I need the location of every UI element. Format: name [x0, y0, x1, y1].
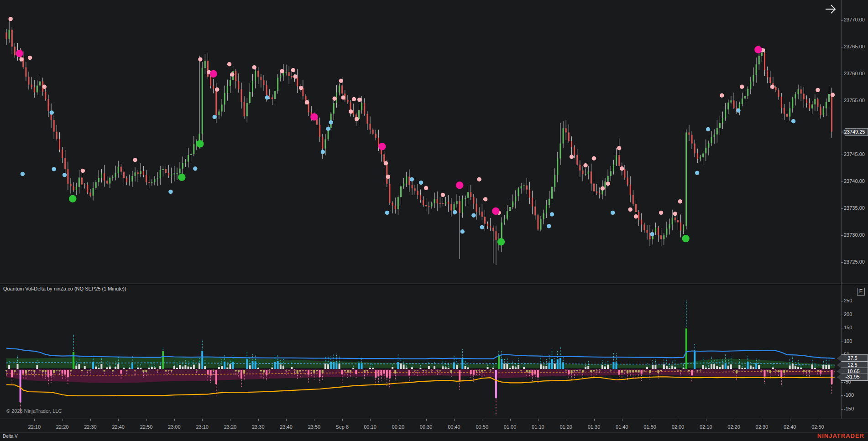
- buy-minor-dot: [329, 120, 333, 125]
- price-axis-label: 23765.00: [844, 44, 865, 49]
- time-axis-tick: [734, 419, 734, 421]
- time-axis-label: 02:10: [700, 424, 712, 430]
- buy-minor-dot: [21, 172, 25, 176]
- time-axis-tick: [34, 419, 35, 421]
- sell-minor-dot: [477, 177, 481, 182]
- go-to-latest-arrow-icon[interactable]: [823, 2, 838, 16]
- time-axis-tick: [454, 419, 455, 421]
- copyright-text: © 2025 NinjaTrader, LLC: [6, 408, 62, 414]
- buy-major-dot: [69, 195, 76, 202]
- time-axis-label: 23:50: [308, 424, 321, 430]
- buy-minor-dot: [193, 166, 197, 171]
- time-axis-tick: [538, 419, 539, 421]
- time-axis-tick: [566, 419, 566, 421]
- sell-minor-dot: [230, 73, 234, 77]
- buy-minor-dot: [547, 224, 551, 228]
- time-axis-label: 02:30: [756, 424, 769, 430]
- buy-minor-dot: [385, 211, 389, 215]
- indicator-value-tag: 37.5: [837, 354, 868, 362]
- time-axis-tick: [678, 419, 678, 421]
- sell-minor-dot: [357, 98, 361, 102]
- buy-minor-dot: [50, 110, 54, 114]
- time-axis-label: 00:20: [392, 424, 405, 430]
- time-axis-label: 01:20: [559, 424, 572, 430]
- price-axis-label: 23740.00: [844, 178, 865, 184]
- delta-axis-tick: [841, 342, 843, 342]
- buy-major-dot: [682, 235, 689, 242]
- panel-divider[interactable]: [0, 284, 868, 284]
- buy-minor-dot: [611, 211, 615, 215]
- time-axis-label: 23:40: [280, 424, 293, 430]
- sell-minor-dot: [601, 187, 605, 191]
- sell-minor-dot: [19, 57, 23, 61]
- sell-minor-dot: [339, 79, 343, 83]
- buy-minor-dot: [52, 167, 56, 171]
- buy-minor-dot: [410, 177, 414, 182]
- buy-major-dot: [178, 173, 185, 181]
- sell-minor-dot: [333, 97, 337, 101]
- time-axis-label: 22:40: [112, 424, 125, 430]
- buy-minor-dot: [706, 127, 710, 131]
- price-axis-label: 23735.00: [844, 205, 865, 211]
- f-button[interactable]: F: [857, 288, 865, 296]
- price-axis-tick: [841, 182, 843, 182]
- time-axis-label: 01:00: [504, 424, 517, 430]
- price-axis-tick: [841, 101, 843, 101]
- sell-minor-dot: [634, 214, 638, 218]
- price-axis-tick: [841, 208, 843, 209]
- time-axis-label: 23:30: [252, 424, 265, 430]
- time-axis-tick: [286, 419, 287, 421]
- time-axis-tick: [790, 419, 790, 421]
- price-axis-tick: [841, 74, 843, 74]
- sell-minor-dot: [384, 161, 388, 165]
- buy-minor-dot: [453, 210, 457, 214]
- sell-minor-dot: [570, 155, 574, 159]
- sell-minor-dot: [28, 56, 32, 60]
- time-axis-label: 22:30: [84, 424, 97, 430]
- sell-major-dot: [310, 113, 318, 120]
- buy-minor-dot: [550, 212, 554, 216]
- time-axis-label: 02:50: [811, 424, 824, 430]
- time-axis-label: 23:00: [168, 424, 181, 430]
- tab-delta-v[interactable]: Delta V: [3, 434, 18, 439]
- sell-minor-dot: [227, 62, 231, 66]
- buy-minor-dot: [212, 115, 216, 119]
- sell-major-dot: [378, 143, 386, 150]
- sell-minor-dot: [740, 85, 744, 89]
- time-axis-tick: [63, 419, 63, 421]
- time-axis-label: 00:30: [420, 424, 433, 430]
- time-axis-label: 22:10: [28, 424, 41, 430]
- sell-minor-dot: [441, 193, 445, 197]
- sell-minor-dot: [355, 117, 359, 121]
- buy-minor-dot: [791, 119, 795, 123]
- price-axis-label: 23730.00: [844, 232, 865, 238]
- sell-major-dot: [492, 208, 499, 215]
- time-axis-tick: [90, 419, 91, 421]
- delta-axis-tick: [841, 301, 843, 301]
- time-axis-tick: [258, 419, 259, 421]
- chart-plot-area[interactable]: [0, 0, 868, 441]
- sell-minor-dot: [620, 166, 624, 171]
- time-axis-tick: [146, 419, 147, 421]
- time-axis-label: 00:40: [448, 424, 460, 430]
- price-axis-label: 23770.00: [844, 17, 865, 22]
- sell-minor-dot: [291, 68, 295, 72]
- buy-minor-dot: [326, 127, 330, 131]
- buy-minor-dot: [168, 190, 173, 194]
- buy-minor-dot: [265, 95, 269, 99]
- time-axis-tick: [174, 419, 175, 421]
- sell-minor-dot: [42, 85, 47, 89]
- sell-minor-dot: [606, 182, 610, 186]
- sell-minor-dot: [305, 100, 309, 104]
- sell-minor-dot: [9, 17, 13, 21]
- sell-minor-dot: [352, 97, 356, 101]
- price-axis-label: 23725.00: [844, 259, 865, 265]
- price-axis-tick: [841, 262, 843, 263]
- price-axis-tick: [841, 235, 843, 236]
- sell-minor-dot: [583, 163, 587, 167]
- sell-minor-dot: [424, 186, 428, 190]
- time-axis-tick: [594, 419, 595, 421]
- sell-major-dot: [210, 70, 217, 78]
- sell-minor-dot: [483, 197, 487, 201]
- time-axis-tick: [314, 419, 314, 421]
